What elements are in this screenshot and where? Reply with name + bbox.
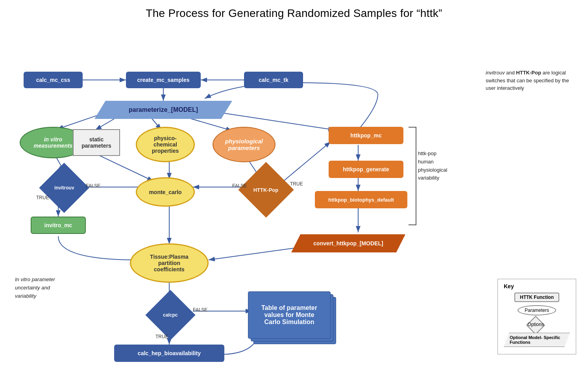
true-label-invitrouv: TRUE — [36, 195, 49, 200]
httk-pop-annotation: httk-pophumanphysiologicalvariability — [418, 150, 447, 182]
key-title: Key — [504, 283, 570, 289]
svg-line-9 — [95, 154, 153, 181]
key-options: Options — [525, 319, 549, 333]
invitro-annotation: In vitro parameteruncertainty andvariabi… — [15, 276, 55, 300]
tissue-plasma-node: Tissue:Plasma partition coefficients — [130, 243, 209, 283]
static-parameters-node: static parameters — [73, 129, 120, 156]
page-title: The Process for Generating Randomized Sa… — [0, 0, 588, 24]
static-parameters-label: static parameters — [81, 136, 111, 149]
httkpop-generate-node: httkpop_generate — [329, 161, 403, 178]
parameterize-model-label: parameterize_[MODEL] — [129, 106, 198, 113]
convert-httkpop-label: convert_httkpop_[MODEL] — [313, 240, 383, 247]
physiological-node: physiological parameters — [213, 127, 276, 162]
httkpop-mc-label: httkpop_mc — [350, 132, 381, 139]
monte-carlo-node: monte_carlo — [136, 177, 195, 207]
key-parameters-label: Parameters — [518, 305, 556, 315]
in-vitro-label: in vitro measurements — [34, 136, 73, 149]
calc-mc-tk-node: calc_mc_tk — [244, 72, 303, 88]
httkpop-mc-node: httkpop_mc — [329, 127, 403, 144]
table-title-label: Table of parameter values for Monte Carl… — [261, 304, 317, 326]
physico-chemical-label: physico- chemical properties — [152, 135, 179, 154]
key-options-label: Options — [525, 322, 546, 327]
httk-pop-label: HTTK-Pop — [253, 187, 279, 193]
httkpop-generate-label: httkpop_generate — [343, 166, 389, 172]
calc-hep-label: calc_hep_bioavailability — [138, 350, 201, 356]
calc-mc-tk-label: calc_mc_tk — [259, 77, 288, 83]
false-label-httk-pop: FALSE — [232, 183, 247, 189]
httkpop-biotophys-node: httkpop_biotophys_default — [315, 191, 407, 208]
calcpc-label: calcpc — [163, 312, 178, 318]
tissue-plasma-label: Tissue:Plasma partition coefficients — [150, 254, 189, 272]
invitrouv-label: invitrouv — [54, 185, 74, 191]
calc-mc-css-node: calc_mc_css — [24, 72, 83, 88]
calc-hep-node: calc_hep_bioavailability — [114, 345, 224, 362]
convert-httkpop-node: convert_httkpop_[MODEL] — [291, 234, 405, 252]
key-box: Key HTTK Function Parameters Options Opt… — [497, 279, 576, 354]
calcpc-diamond: calcpc — [153, 297, 188, 333]
false-label-calcpc: FALSE — [193, 307, 207, 313]
key-optional-model: Optional Model- Specific Functions — [504, 333, 570, 347]
httk-pop-diamond: HTTK-Pop — [246, 170, 286, 209]
monte-carlo-label: monte_carlo — [149, 189, 181, 195]
true-label-httk-pop: TRUE — [290, 181, 303, 187]
invitrouv-diamond: invitrouv — [46, 170, 82, 206]
switches-annotation: invitrouv and HTTK-Pop are logical switc… — [486, 69, 576, 92]
physiological-label: physiological parameters — [225, 138, 263, 151]
key-httk-function-label: HTTK Function — [514, 293, 559, 302]
httkpop-biotophys-label: httkpop_biotophys_default — [328, 197, 394, 203]
create-mc-samples-label: create_mc_samples — [137, 77, 189, 83]
false-label-invitrouv: FALSE — [86, 183, 100, 189]
create-mc-samples-node: create_mc_samples — [126, 72, 201, 88]
key-parameters: Parameters — [504, 305, 570, 315]
true-label-calcpc: TRUE — [155, 334, 168, 339]
invitro-mc-label: invitro_mc — [44, 222, 72, 228]
parameterize-model-node: parameterize_[MODEL] — [94, 101, 232, 119]
key-httk-function: HTTK Function — [504, 293, 570, 302]
physico-chemical-node: physico- chemical properties — [136, 127, 195, 162]
calc-mc-css-label: calc_mc_css — [36, 77, 70, 83]
svg-line-17 — [283, 142, 331, 181]
key-optional-model-label: Optional Model- Specific Functions — [504, 333, 570, 347]
invitro-mc-node: invitro_mc — [31, 217, 86, 234]
